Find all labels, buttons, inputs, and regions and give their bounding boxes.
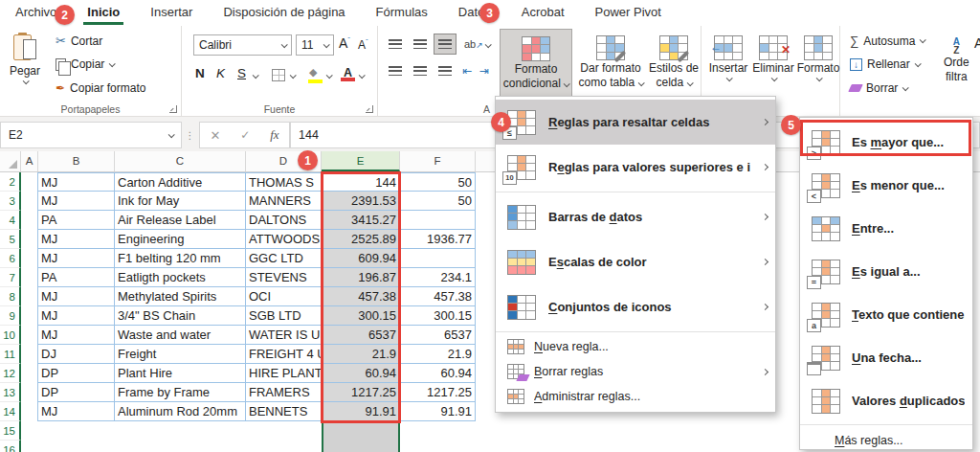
menu-item-new-rule[interactable]: Nueva regla... [496, 334, 775, 359]
row-header[interactable]: 7 [0, 268, 21, 287]
cancel-entry-icon[interactable]: ✕ [210, 128, 220, 143]
cell-col-e[interactable]: 609.94 [322, 249, 400, 268]
cell-col-a[interactable] [21, 383, 38, 402]
menu-item-manage-rules[interactable]: Administrar reglas... [496, 384, 775, 409]
cell-col-e[interactable]: 60.94 [322, 364, 400, 383]
row-header[interactable]: 3 [0, 192, 21, 211]
cell-col-f[interactable] [400, 211, 476, 230]
cell-col-d[interactable]: GGC LTD [246, 249, 322, 268]
cell-col-d[interactable] [246, 441, 322, 452]
cell-col-d[interactable]: ATTWOODS [246, 230, 322, 249]
paste-button[interactable]: Pegar [10, 34, 40, 84]
dialog-launcher-icon[interactable] [366, 105, 373, 113]
cell-col-a[interactable] [21, 249, 38, 268]
cell-col-a[interactable] [21, 306, 38, 326]
menu-item-top-bottom-rules[interactable]: Reglas para valores superiores e inferio… [496, 145, 775, 190]
menu-item-icon-sets[interactable]: Conjuntos de iconos [496, 284, 775, 329]
cell-col-c[interactable]: Carton Additive [115, 172, 246, 192]
cell-col-a[interactable] [21, 441, 38, 452]
font-color-button[interactable]: A [341, 66, 355, 78]
tab-power-pivot[interactable]: Power Pivot [580, 0, 677, 26]
cell-col-d[interactable]: HIRE PLANTS [246, 364, 322, 383]
cell-col-e[interactable]: 457.38 [322, 287, 400, 306]
submenu-item-equal-to[interactable]: Es igual a... [800, 250, 972, 293]
increase-font-button[interactable]: Aˆ [339, 35, 350, 51]
cell-col-c[interactable]: Engineering [115, 230, 246, 249]
cell-col-e[interactable]: 91.91 [322, 402, 400, 421]
cell-col-e[interactable]: 6537 [322, 326, 400, 345]
column-header-b[interactable]: B [38, 151, 115, 171]
cell-col-f[interactable]: 1217.25 [400, 383, 476, 402]
cell-col-c[interactable]: Freight [115, 345, 246, 364]
cell-col-f[interactable]: 21.9 [400, 345, 476, 364]
row-header[interactable]: 14 [0, 402, 21, 421]
cell-col-a[interactable] [21, 268, 38, 287]
row-header[interactable]: 2 [0, 172, 21, 192]
align-top-button[interactable] [384, 34, 407, 55]
align-center-button[interactable] [409, 60, 432, 81]
clear-button[interactable]: Borrar [850, 81, 907, 95]
row-header[interactable]: 6 [0, 249, 21, 268]
cell-col-d[interactable]: BENNETS [246, 402, 322, 421]
align-left-button[interactable] [384, 60, 407, 81]
cell-col-e[interactable]: 3415.27 [322, 211, 400, 230]
cell-col-b[interactable]: DJ [38, 345, 115, 364]
submenu-item-between[interactable]: Entre... [800, 207, 972, 250]
insert-function-icon[interactable]: fx [270, 127, 278, 143]
row-header[interactable]: 10 [0, 326, 21, 345]
format-cells-button[interactable]: Formato [797, 29, 839, 117]
cell-col-f[interactable] [400, 441, 476, 452]
cell-col-e[interactable]: 1217.25 [322, 383, 400, 402]
select-all-corner[interactable] [0, 151, 21, 171]
cell-col-e[interactable] [322, 421, 400, 441]
cell-col-b[interactable]: MJ [38, 249, 115, 268]
row-header[interactable]: 9 [0, 306, 21, 326]
column-header-a[interactable]: A [21, 151, 38, 171]
confirm-entry-icon[interactable]: ✓ [240, 128, 250, 142]
cell-col-f[interactable]: 234.1 [400, 268, 476, 287]
cell-col-b[interactable]: MJ [38, 230, 115, 249]
italic-button[interactable]: K [216, 66, 225, 80]
copy-button[interactable]: Copiar [56, 57, 114, 71]
cell-col-a[interactable] [21, 402, 38, 421]
increase-indent-button[interactable]: ⇥ [479, 64, 489, 78]
cell-col-b[interactable]: MJ [38, 306, 115, 326]
menu-item-data-bars[interactable]: Barras de datos [496, 194, 775, 239]
cell-col-b[interactable]: MJ [38, 402, 115, 421]
cell-col-c[interactable]: Aluminum Rod 20mm [115, 402, 246, 421]
cell-col-e[interactable] [322, 441, 400, 452]
fill-color-button[interactable] [308, 68, 323, 79]
borders-button[interactable] [272, 69, 285, 81]
cell-col-c[interactable]: Waste and water [115, 326, 246, 345]
cell-col-c[interactable] [115, 441, 246, 452]
cell-col-c[interactable]: F1 belting 120 mm [115, 249, 246, 268]
cell-col-c[interactable]: Frame by Frame [115, 383, 246, 402]
row-header[interactable]: 13 [0, 383, 21, 402]
column-header-e-selected[interactable]: E [322, 151, 400, 171]
cell-col-b[interactable]: DP [38, 364, 115, 383]
cell-col-b[interactable]: MJ [38, 172, 115, 192]
cell-col-a[interactable] [21, 192, 38, 211]
row-header[interactable]: 15 [0, 421, 21, 441]
align-right-button[interactable] [434, 60, 457, 81]
cell-col-f[interactable] [400, 421, 476, 441]
cell-col-f[interactable]: 50 [400, 192, 476, 211]
cell-col-b[interactable] [38, 441, 115, 452]
cell-col-a[interactable] [21, 230, 38, 249]
submenu-item-text-contains[interactable]: Texto que contiene... [800, 293, 972, 336]
row-header[interactable]: 12 [0, 364, 21, 383]
cell-col-d[interactable]: FRAMERS [246, 383, 322, 402]
row-header[interactable]: 5 [0, 230, 21, 249]
cell-col-b[interactable]: PA [38, 211, 115, 230]
cell-col-f[interactable]: 6537 [400, 326, 476, 345]
cell-col-d[interactable]: THOMAS S [246, 172, 322, 192]
cell-col-d[interactable]: MANNERS [246, 192, 322, 211]
cell-col-b[interactable]: DP [38, 383, 115, 402]
cell-col-d[interactable] [246, 421, 322, 441]
align-middle-button[interactable] [409, 34, 432, 55]
clipped-ribbon-button[interactable]: A [974, 35, 980, 51]
row-header[interactable]: 11 [0, 345, 21, 364]
dialog-launcher-icon[interactable] [169, 105, 177, 113]
cell-col-f[interactable]: 60.94 [400, 364, 476, 383]
cell-col-a[interactable] [21, 211, 38, 230]
